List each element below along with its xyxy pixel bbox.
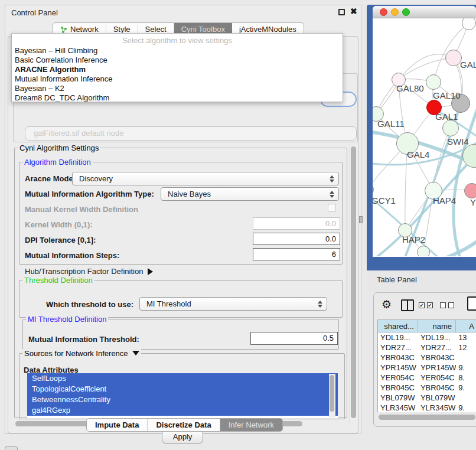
minimize-window-button[interactable] (391, 8, 399, 16)
settings-group-title: Cyni Algorithm Settings (18, 144, 100, 152)
dropdown-item[interactable]: Bayesian – K2 (15, 84, 64, 93)
zoom-window-button[interactable] (402, 8, 410, 16)
network-desktop: GALGAL80GAL10GAL1GAL11SWI4GAL4HAP4YGCY1H… (367, 5, 476, 270)
node-label: GAL11 (377, 119, 405, 129)
table-panel: ⚙ ✓ ✓ shared...nameAYDL19...YDL19...13YD… (373, 292, 476, 427)
table-panel-title: Table Panel (377, 275, 417, 284)
network-node[interactable] (417, 246, 430, 256)
node-label: Y (470, 197, 476, 207)
tab-label: Select (145, 25, 167, 34)
network-node[interactable] (445, 50, 462, 66)
attribute-item[interactable]: TopologicalCoefficient (27, 384, 338, 394)
panel-title: Control Panel (11, 8, 58, 17)
table-row[interactable]: YBR043CYBR043C (378, 353, 476, 363)
network-data-combobox[interactable]: galFiltered.sif default node (25, 126, 357, 141)
panel-splitter-handle[interactable] (359, 216, 363, 223)
select-all-icon[interactable]: ✓ (427, 302, 433, 308)
mi-type-label: Mutual Information Algorithm Type: (25, 190, 154, 198)
table-row[interactable]: YBL079WYBL079W (378, 393, 476, 403)
dropdown-item[interactable]: Dream8 DC_TDC Algorithm (15, 93, 109, 102)
column-header[interactable]: A (456, 320, 476, 332)
table-row[interactable]: YLR345WYLR345W9. (378, 403, 476, 412)
list-scrollbar-thumb[interactable] (330, 375, 334, 412)
threshold-definition-title: Threshold Definition (22, 276, 94, 285)
table-cell: YDL19... (418, 332, 456, 343)
table-cell (456, 393, 476, 403)
attribute-item[interactable]: gal4RGexp (27, 405, 338, 416)
table-cell: YER054C (418, 373, 456, 383)
table-row[interactable]: YDL19...YDL19...13 (378, 332, 476, 343)
table-cell: YLR345W (378, 403, 418, 412)
table-cell: YBR045C (418, 383, 456, 393)
dropdown-item[interactable]: ARACNE Algorithm (15, 65, 86, 74)
table-row[interactable]: YPR145WYPR145W9. (378, 363, 476, 373)
column-header[interactable]: shared... (378, 320, 418, 332)
attribute-item[interactable]: SelfLoops (27, 373, 338, 384)
select-all-icon[interactable]: ✓ (419, 302, 425, 308)
network-node[interactable] (442, 120, 459, 136)
close-icon[interactable]: ✖ (350, 6, 357, 16)
mi-steps-label: Mutual Information Steps: (25, 251, 119, 260)
mi-threshold-field[interactable]: 0.5 (250, 332, 338, 345)
dropdown-item[interactable]: Bayesian – Hill Climbing (15, 46, 97, 55)
deselect-all-icon[interactable] (448, 302, 454, 308)
apply-button[interactable]: Apply (162, 430, 203, 444)
table-row[interactable]: YBR045CYBR045C9. (378, 383, 476, 393)
table-cell: YBL079W (418, 393, 456, 403)
node-label: GAL80 (396, 83, 424, 93)
table-row[interactable]: YER054CYER054C8. (378, 373, 476, 383)
hub-section-label: Hub/Transcription Factor Definition (25, 267, 143, 276)
tab-discretize-data[interactable]: Discretize Data (148, 419, 220, 431)
table-hscrollbar-thumb[interactable] (379, 415, 475, 420)
sources-toggle[interactable]: Sources for Network Inference (22, 349, 141, 358)
close-window-button[interactable] (380, 8, 387, 16)
network-icon (60, 26, 67, 33)
mi-steps-field[interactable]: 6 (253, 248, 340, 260)
table-cell: 9. (456, 363, 476, 373)
table-panel-titlebar: Table Panel (367, 270, 476, 292)
node-table[interactable]: shared...nameAYDL19...YDL19...13YDR27...… (377, 319, 476, 412)
attribute-item[interactable]: BetweennessCentrality (27, 394, 338, 405)
float-window-icon[interactable] (338, 9, 345, 15)
split-columns-icon[interactable] (401, 299, 414, 311)
table-row[interactable]: YDR27...YDR27...12 (378, 343, 476, 353)
control-panel: Control Panel ✖ galFiltered.sif default … (5, 5, 361, 434)
table-cell: YER054C (378, 373, 418, 383)
mi-type-combobox[interactable]: Naive Bayes (161, 187, 339, 201)
document-icon[interactable] (467, 296, 476, 311)
column-header[interactable]: name (418, 320, 456, 332)
which-threshold-combobox[interactable]: MI Threshold (139, 297, 327, 311)
network-window-titlebar[interactable] (373, 6, 476, 18)
network-canvas[interactable]: GALGAL80GAL10GAL1GAL11SWI4GAL4HAP4YGCY1H… (373, 18, 476, 256)
table-cell: YLR345W (418, 403, 456, 412)
data-attributes-list[interactable]: SelfLoopsTopologicalCoefficientBetweenne… (27, 373, 338, 418)
network-node[interactable] (426, 74, 441, 90)
tab-label: Style (113, 25, 131, 34)
table-cell: 9. (456, 403, 476, 412)
tab-infer-network[interactable]: Infer Network (220, 419, 282, 431)
dpi-tolerance-field[interactable]: 0.0 (253, 233, 340, 245)
manual-kernel-checkbox[interactable] (328, 204, 336, 212)
network-edge[interactable] (399, 58, 454, 80)
table-cell: 9. (456, 383, 476, 393)
dropdown-item[interactable]: Mutual Information Inference (15, 74, 112, 83)
node-label: GAL10 (433, 90, 461, 100)
gear-icon[interactable]: ⚙ (382, 298, 392, 311)
node-label: HAP2 (402, 234, 425, 244)
hub-section-toggle[interactable]: Hub/Transcription Factor Definition (25, 267, 153, 276)
deselect-all-icon[interactable] (440, 302, 446, 308)
expand-right-icon (148, 268, 153, 275)
aracne-mode-value: Discovery (79, 174, 113, 183)
table-cell: YDL19... (378, 332, 418, 343)
settings-scrollbar-thumb[interactable] (351, 146, 356, 418)
node-label: HAP4 (433, 195, 456, 206)
aracne-mode-label: Aracne Mode: (25, 174, 76, 183)
tab-impute-data[interactable]: Impute Data (87, 419, 148, 431)
kernel-width-field[interactable]: 0.0 (253, 217, 340, 230)
dropdown-item[interactable]: Basic Correlation Inference (15, 56, 107, 64)
aracne-mode-combobox[interactable]: Discovery (72, 172, 339, 185)
table-cell (456, 353, 476, 363)
network-node[interactable] (464, 183, 476, 198)
which-threshold-value: MI Threshold (146, 299, 191, 308)
corner-widget (5, 446, 18, 450)
